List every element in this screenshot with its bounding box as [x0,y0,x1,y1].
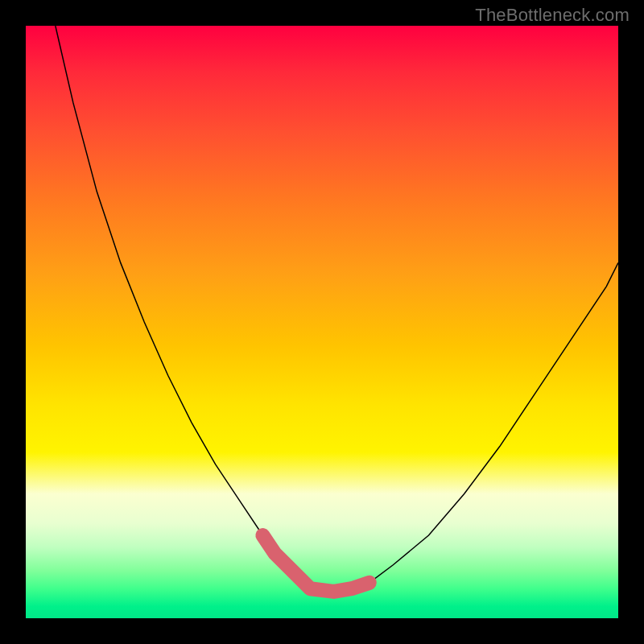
main-curve [56,26,618,592]
chart-frame: TheBottleneck.com [0,0,644,644]
watermark-text: TheBottleneck.com [475,5,630,26]
plot-area [26,26,618,618]
highlight-segment [262,535,369,592]
plot-svg [26,26,618,618]
